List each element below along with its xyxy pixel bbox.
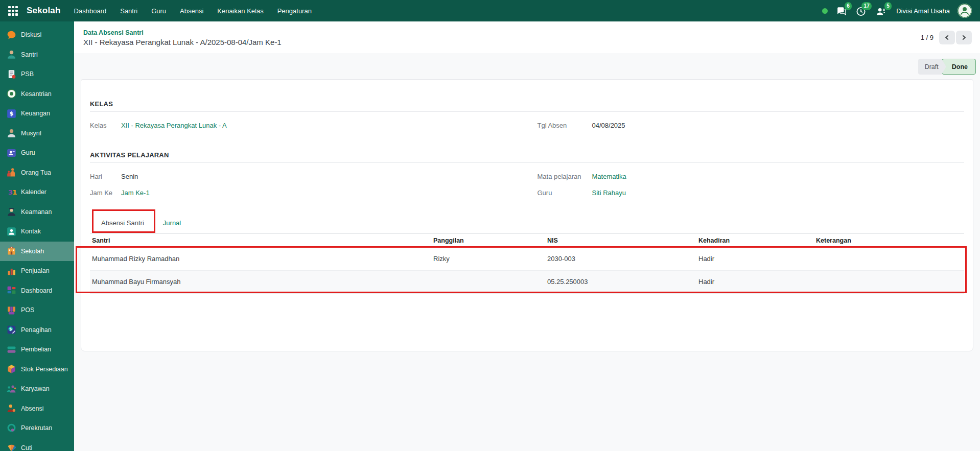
- purchase-icon: [6, 344, 17, 355]
- presence-dot-icon: [822, 8, 828, 14]
- breadcrumb: Data Absensi Santri XII - Rekayasa Peran…: [83, 29, 282, 46]
- sidebar-item-label: Dashboard: [21, 287, 52, 294]
- field-mata-pelajaran-label: Mata pelajaran: [538, 173, 592, 180]
- activities-clock-icon[interactable]: 17: [855, 5, 868, 17]
- sidebar-item-kontak[interactable]: Kontak: [0, 222, 74, 242]
- sidebar: Diskusi Santri PSB Kesantrian $ Keuangan…: [0, 21, 74, 451]
- sidebar-item-label: Cuti: [21, 444, 32, 451]
- sidebar-item-stok-persediaan[interactable]: Stok Persediaan: [0, 360, 74, 379]
- topbar-menu-item-santri[interactable]: Santri: [120, 7, 137, 15]
- topbar-menu-item-pengaturan[interactable]: Pengaturan: [277, 7, 312, 15]
- sidebar-item-orang-tua[interactable]: Orang Tua: [0, 163, 74, 183]
- sidebar-item-label: Diskusi: [21, 31, 41, 38]
- field-kelas-value-link[interactable]: XII - Rekayasa Perangkat Lunak - A: [121, 122, 227, 129]
- table-row[interactable]: Muhammad Rizky RamadhanRizky2030-003Hadi…: [90, 247, 964, 270]
- sidebar-item-diskusi[interactable]: Diskusi: [0, 25, 74, 45]
- app-brand[interactable]: Sekolah: [27, 6, 61, 16]
- column-header-nis[interactable]: NIS: [545, 234, 696, 247]
- parent-child-icon: [6, 167, 17, 178]
- sidebar-item-absensi[interactable]: Absensi: [0, 399, 74, 419]
- leave-fan-icon: [6, 442, 17, 451]
- field-mata-pelajaran-value-link[interactable]: Matematika: [592, 173, 626, 180]
- tab-jurnal[interactable]: Jurnal: [163, 219, 181, 227]
- sidebar-item-psb[interactable]: PSB: [0, 64, 74, 84]
- column-header-panggilan[interactable]: Panggilan: [431, 234, 545, 247]
- breadcrumb-parent-link[interactable]: Data Absensi Santri: [83, 29, 282, 36]
- status-draft[interactable]: Draft: [918, 59, 946, 75]
- sidebar-item-sekolah[interactable]: Sekolah: [0, 242, 74, 262]
- field-tgl-absen-label: Tgl Absen: [538, 122, 592, 129]
- attendance-table: SantriPanggilanNISKehadiranKeterangan Mu…: [90, 234, 964, 294]
- field-jam-ke: Jam Ke Jam Ke-1: [90, 188, 517, 197]
- sidebar-item-pos[interactable]: POS: [0, 300, 74, 320]
- sidebar-item-musyrif[interactable]: Musyrif: [0, 124, 74, 144]
- field-jam-ke-value-link[interactable]: Jam Ke-1: [121, 189, 150, 197]
- sidebar-item-penagihan[interactable]: $ Penagihan: [0, 320, 74, 340]
- sidebar-item-label: Sekolah: [21, 248, 44, 255]
- sidebar-item-santri[interactable]: Santri: [0, 45, 74, 65]
- activities-badge: 17: [861, 2, 872, 10]
- sidebar-item-kalender[interactable]: 31 Kalender: [0, 182, 74, 202]
- sidebar-item-perekrutan[interactable]: Perekrutan: [0, 418, 74, 438]
- sidebar-item-karyawan[interactable]: Karyawan: [0, 379, 74, 399]
- breadcrumb-bar: Data Absensi Santri XII - Rekayasa Peran…: [74, 21, 980, 54]
- tab-absensi-santri[interactable]: Absensi Santri: [101, 219, 144, 227]
- column-header-keterangan[interactable]: Keterangan: [814, 234, 964, 247]
- topbar-menu-item-absensi[interactable]: Absensi: [180, 7, 203, 15]
- topbar-menu-item-kenaikan-kelas[interactable]: Kenaikan Kelas: [217, 7, 263, 15]
- sidebar-item-label: Santri: [21, 51, 38, 58]
- user-avatar[interactable]: [958, 4, 972, 18]
- sidebar-item-pembelian[interactable]: Pembelian: [0, 340, 74, 360]
- pager-next-button[interactable]: [956, 31, 972, 44]
- messages-icon[interactable]: 6: [835, 5, 848, 17]
- sidebar-item-guru[interactable]: Guru: [0, 143, 74, 163]
- topbar-menu-item-dashboard[interactable]: Dashboard: [74, 7, 107, 15]
- sidebar-item-label: Kontak: [21, 228, 41, 235]
- sidebar-item-label: Keuangan: [21, 110, 50, 117]
- sidebar-item-kesantrian[interactable]: Kesantrian: [0, 84, 74, 104]
- field-guru-label: Guru: [538, 189, 592, 197]
- chat-bubble-icon: [6, 30, 17, 40]
- sidebar-item-label: Orang Tua: [21, 169, 51, 176]
- recruitment-icon: [6, 423, 17, 434]
- field-guru-value-link[interactable]: Siti Rahayu: [592, 189, 626, 197]
- field-kelas: Kelas XII - Rekayasa Perangkat Lunak - A: [90, 121, 517, 130]
- employees-icon: [6, 384, 17, 394]
- table-cell: 2030-003: [545, 247, 696, 270]
- sidebar-item-keuangan[interactable]: $ Keuangan: [0, 104, 74, 124]
- table-row[interactable]: Muhammad Bayu Firmansyah05.25.250003Hadi…: [90, 270, 964, 293]
- user-menu[interactable]: Divisi Amal Usaha: [896, 7, 950, 15]
- sidebar-item-penjualan[interactable]: Penjualan: [0, 261, 74, 281]
- sidebar-item-dashboard[interactable]: Dashboard: [0, 281, 74, 301]
- sidebar-item-keamanan[interactable]: Keamanan: [0, 202, 74, 222]
- topbar-menu-item-guru[interactable]: Guru: [151, 7, 166, 15]
- queue-badge: 5: [884, 2, 892, 10]
- security-guard-icon: [6, 206, 17, 217]
- column-header-kehadiran[interactable]: Kehadiran: [696, 234, 814, 247]
- table-cell: Hadir: [696, 247, 814, 270]
- calendar-31-icon: 31: [6, 187, 17, 198]
- sidebar-item-label: POS: [21, 306, 34, 314]
- apps-grid-icon[interactable]: [8, 6, 18, 16]
- pager-previous-button[interactable]: [939, 31, 955, 44]
- finance-dollar-icon: $: [6, 108, 17, 119]
- sales-chart-icon: [6, 266, 17, 276]
- table-body: Muhammad Rizky RamadhanRizky2030-003Hadi…: [90, 247, 964, 293]
- table-cell: [814, 270, 964, 293]
- column-header-santri[interactable]: Santri: [90, 234, 431, 247]
- sidebar-item-cuti[interactable]: Cuti: [0, 438, 74, 451]
- sidebar-item-label: Kesantrian: [21, 90, 52, 98]
- pos-awning-icon: [6, 305, 17, 316]
- inventory-box-icon: [6, 364, 17, 374]
- queue-person-icon[interactable]: 5: [875, 5, 888, 17]
- field-tgl-absen-value[interactable]: 04/08/2025: [592, 122, 625, 129]
- status-done[interactable]: Done: [942, 59, 976, 75]
- breadcrumb-current: XII - Rekayasa Perangkat Lunak - A/2025-…: [83, 38, 282, 46]
- sidebar-item-label: Absensi: [21, 405, 43, 412]
- sidebar-item-label: Karyawan: [21, 385, 50, 392]
- sidebar-item-label: Stok Persediaan: [21, 366, 68, 373]
- table-cell: 05.25.250003: [545, 270, 696, 293]
- contacts-icon: [6, 226, 17, 237]
- field-hari-value: Senin: [121, 173, 138, 180]
- sidebar-item-label: Pembelian: [21, 346, 51, 353]
